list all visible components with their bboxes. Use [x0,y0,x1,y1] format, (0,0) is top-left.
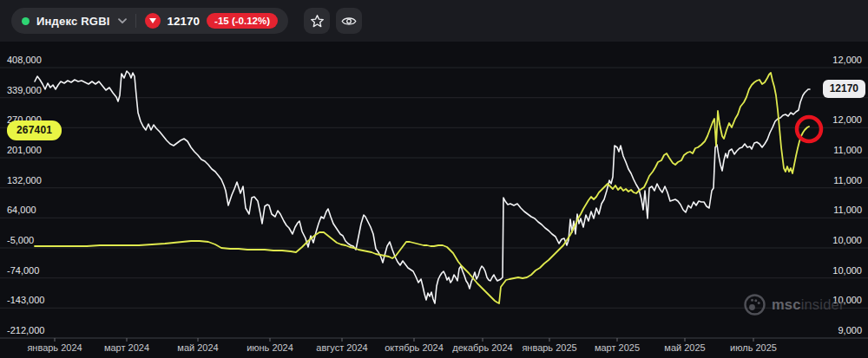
x-axis-label: май 2025 [664,342,705,353]
x-axis-label: май 2024 [177,342,218,353]
x-axis-label: декабрь 2024 [452,342,512,353]
toolbar: Индекс RGBI 12170 -15 (-0.12%) [0,0,868,34]
watch-button[interactable] [336,8,362,34]
x-axis-label: август 2024 [316,342,367,353]
x-axis-label: июль 2025 [730,342,777,353]
right-axis-label: 12,000 [832,114,862,125]
x-axis-label: июнь 2024 [247,342,293,353]
right-axis-label: 11,000 [833,205,862,215]
x-axis-label: март 2025 [595,342,640,353]
eye-icon [341,16,357,27]
divider [135,14,136,28]
favorite-button[interactable] [304,8,330,34]
right-axis-current-value-badge: 12170 [823,80,865,98]
right-axis-label: 10,000 [832,265,862,276]
left-axis-label: 132,000 [7,175,42,186]
x-axis-label: январь 2024 [27,342,82,353]
left-axis-label: 339,000 [7,85,42,95]
x-axis-label: октябрь 2024 [385,342,444,353]
highlight-circle-annotation [797,117,821,141]
series-line-rgbi-index [35,71,810,303]
left-axis-label: -74,000 [7,265,39,276]
header-bar: Индекс RGBI 12170 -15 (-0.12%) [0,0,868,42]
left-axis-label: -5,000 [7,235,34,245]
right-axis-label: 11,000 [833,145,862,155]
x-axis-label: март 2024 [104,342,149,353]
right-axis-label: 11,000 [833,175,862,186]
left-axis-label: 64,000 [7,205,36,215]
right-axis-label: 9,000 [838,325,862,335]
left-axis-current-value-badge: 267401 [7,120,62,140]
chevron-down-icon [118,18,127,24]
instrument-name: Индекс RGBI [36,15,110,28]
quote-change-badge: -15 (-0.12%) [207,13,278,29]
left-axis-label: -212,000 [7,325,44,335]
x-axis-label: январь 2025 [522,342,576,353]
star-icon [310,14,325,29]
market-status-dot-icon [22,17,30,25]
chart-canvas[interactable]: 408,000339,000270,000201,000132,00064,00… [0,0,868,358]
left-axis-label: -143,000 [7,295,44,305]
right-axis-label: 10,000 [832,235,862,245]
quote-value: 12170 [168,15,201,28]
right-axis-label: 12,000 [832,55,862,65]
left-axis-label: 201,000 [7,145,42,155]
instrument-selector[interactable]: Индекс RGBI 12170 -15 (-0.12%) [11,8,288,34]
left-axis-label: 408,000 [7,55,42,65]
price-down-icon [145,13,161,29]
right-axis-label: 10,000 [832,295,862,305]
